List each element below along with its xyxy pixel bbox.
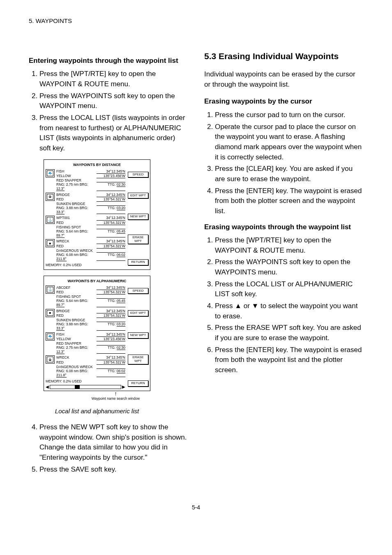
- wp-ttg: 05:45: [117, 229, 125, 234]
- wp-lon: 135°54.321'W: [97, 221, 125, 225]
- wp-cmnt: SUNKEN BRIDGE: [56, 202, 85, 206]
- wp-lat: 34°12.345'N: [97, 355, 125, 360]
- speed-softkey[interactable]: SPEED: [128, 172, 148, 178]
- wp-name: FISH: [56, 332, 64, 337]
- wp-lat: 34°12.345'N: [97, 193, 125, 197]
- wp-brg: 12.3°: [56, 187, 65, 191]
- wp-lon: 135°23.456'W: [97, 174, 125, 178]
- edit-wpt-softkey[interactable]: EDIT WPT: [128, 310, 148, 316]
- subsection-title: Erasing waypoints through the waypoint l…: [204, 222, 363, 233]
- step: Press the SAVE soft key.: [39, 465, 188, 475]
- step: Operate the cursor pad to place the curs…: [215, 122, 363, 163]
- wp-color: RED: [56, 197, 64, 202]
- wp-name: WRECK: [56, 239, 69, 244]
- step: Press the LOCAL LIST (lists waypoints in…: [39, 113, 188, 154]
- wp-ttg: 03:20: [117, 322, 125, 327]
- scroll-left-icon[interactable]: ◀: [46, 385, 49, 389]
- step: Press the [ENTER] key. The waypoint is e…: [215, 345, 363, 375]
- memory-used: 0.2% USED: [63, 263, 81, 267]
- wp-ttg: 06:02: [117, 369, 125, 373]
- fish-icon: 🐟: [47, 334, 53, 339]
- list-title: WAYPOINTS BY DISTANCE: [46, 162, 148, 168]
- wp-lon: 135°54.321'W: [97, 313, 125, 318]
- search-scrollbar[interactable]: ◀ ▶: [46, 385, 125, 389]
- wp-brg: 211.8°: [56, 373, 67, 378]
- wp-color: RED: [56, 290, 64, 295]
- subsection-title: Entering waypoints through the waypoint …: [29, 56, 188, 66]
- erase-wpt-softkey[interactable]: ERASE WPT: [128, 355, 148, 364]
- wp-name: BRIDGE: [56, 193, 70, 197]
- wp-cmnt: DANGEROUS WRECK: [56, 365, 93, 369]
- wp-color: RED: [56, 244, 64, 249]
- bridge-icon: ■: [47, 310, 53, 316]
- wp-brg: 12.3°: [56, 350, 65, 354]
- steps-list-1: Press the [WPT/RTE] key to open the WAYP…: [29, 69, 188, 153]
- wp-color: RED: [56, 360, 64, 365]
- local-list-figure: WAYPOINTS BY DISTANCE 🐟 FISH34°12.345'N …: [44, 159, 188, 270]
- erase-wpt-softkey[interactable]: ERASE WPT: [128, 235, 148, 244]
- wreck-icon: ■: [47, 240, 53, 246]
- step: Press the NEW WPT soft key to show the w…: [39, 422, 188, 463]
- wp-color: RED: [56, 313, 64, 318]
- wp-cmnt: RED SNAPPER: [56, 178, 81, 182]
- wp-brg: 89.7°: [56, 303, 65, 307]
- wp-brg: 33.3°: [56, 326, 65, 331]
- step: Press the WAYPOINTS soft key to open the…: [39, 91, 188, 111]
- memory-label: MEMORY:: [46, 263, 62, 267]
- wp-lat: 34°12.345'N: [97, 332, 125, 337]
- steps-erase-list: Press the [WPT/RTE] key to open the WAYP…: [204, 235, 363, 375]
- wp-ttg: 05:45: [117, 299, 125, 303]
- step: Press the [CLEAR] key. You are asked if …: [215, 164, 363, 184]
- step: Press the [ENTER] key. The waypoint is e…: [215, 186, 363, 216]
- step: Press the ERASE WPT soft key. You are as…: [215, 323, 363, 343]
- list-title: WAYPOINTS BY ALPHANUMERIC: [46, 279, 148, 284]
- step: Press ▲ or ▼ to select the waypoint you …: [215, 301, 363, 321]
- step: Press the cursor pad to turn on the curs…: [215, 110, 363, 120]
- steps-list-2: Press the NEW WPT soft key to show the w…: [29, 422, 188, 474]
- wp-rng: 3.88 nm: [66, 322, 79, 326]
- wp-lon: 135°23.456'W: [97, 337, 125, 341]
- fish-icon: 🐟: [47, 170, 53, 176]
- wp-color: RED: [56, 221, 64, 225]
- section-title: 5.3 Erasing Individual Waypoints: [204, 50, 363, 62]
- wp-ttg: 02:30: [117, 345, 125, 350]
- page-number: 5-4: [29, 503, 363, 511]
- wp-rng: 6.08 nm: [66, 369, 79, 373]
- wp-rng: 2.75 nm: [66, 182, 79, 187]
- wp-rng: 5.64 nm: [66, 299, 79, 303]
- wp-color: YELLOW: [56, 174, 71, 178]
- wp-lat: 34°12.345'N: [97, 216, 125, 220]
- wp-name: WRECK: [56, 355, 69, 360]
- wp-cmnt: FISHING SPOT: [56, 225, 81, 229]
- wp-cmnt: SUNKEN BRIDGE: [56, 318, 85, 322]
- left-column: Entering waypoints through the waypoint …: [29, 50, 188, 479]
- wp-ttg: 03:20: [117, 206, 125, 210]
- wp-lon: 135°54.321'W: [97, 360, 125, 365]
- wp-lat: 34°12.345'N: [97, 309, 125, 313]
- scroll-right-icon[interactable]: ▶: [122, 385, 125, 389]
- wp-lon: 135°54.321'W: [97, 244, 125, 249]
- wp-lon: 135°54.321'W: [97, 290, 125, 295]
- wp-lat: 34°12.345'N: [97, 169, 125, 174]
- arrow-up-icon: ↑: [44, 392, 188, 395]
- right-column: 5.3 Erasing Individual Waypoints Individ…: [204, 50, 363, 479]
- new-wpt-softkey[interactable]: NEW WPT: [128, 214, 148, 220]
- wp-brg: 33.3°: [56, 210, 65, 214]
- step: Press the [WPT/RTE] key to open the WAYP…: [215, 235, 363, 256]
- return-softkey[interactable]: RETURN: [128, 259, 148, 265]
- edit-wpt-softkey[interactable]: EDIT WPT: [128, 193, 148, 199]
- new-wpt-softkey[interactable]: NEW WPT: [128, 332, 148, 339]
- wp-lon: 135°54.321'W: [97, 197, 125, 202]
- subsection-title: Erasing waypoints by the cursor: [204, 97, 363, 107]
- speed-softkey[interactable]: SPEED: [128, 288, 148, 294]
- wp-color: YELLOW: [56, 337, 71, 341]
- wp-name: BRIDGE: [56, 309, 70, 313]
- wp-cmnt: RED SNAPPER: [56, 341, 81, 345]
- wp-brg: 211.8°: [56, 257, 67, 261]
- wp-name: ABCDEF: [56, 286, 70, 290]
- step: Press the [WPT/RTE] key to open the WAYP…: [39, 69, 188, 89]
- alpha-list-figure: WAYPOINTS BY ALPHANUMERIC ⚓ ABCDEF34°12.…: [44, 276, 188, 401]
- memory-used: 0.2% USED: [63, 379, 81, 383]
- wpt-icon: ⚓: [47, 217, 53, 223]
- return-softkey[interactable]: RETURN: [128, 380, 148, 387]
